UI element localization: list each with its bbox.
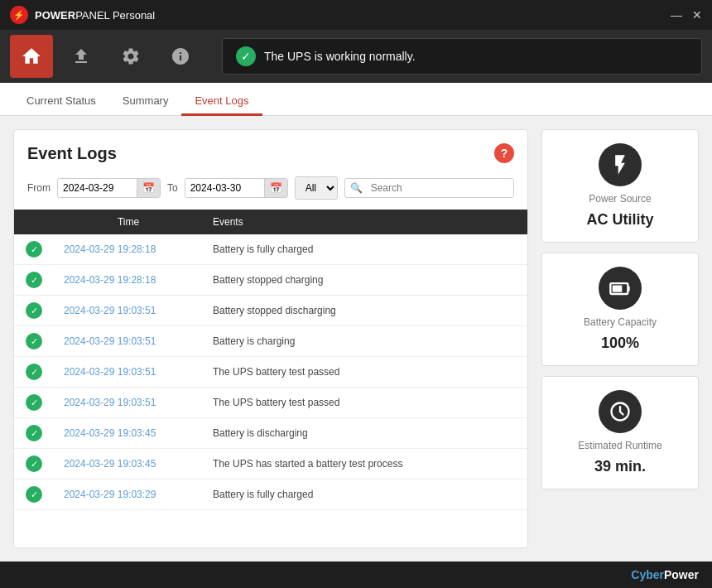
to-calendar-button[interactable]: 📅 xyxy=(264,179,287,197)
power-source-icon xyxy=(599,143,642,186)
card-estimated-runtime: Estimated Runtime 39 min. xyxy=(541,376,699,489)
main-layout: Event Logs ? From 📅 To 📅 All xyxy=(0,116,712,561)
row-time: 2024-03-29 19:28:18 xyxy=(54,234,203,264)
event-logs-title: Event Logs xyxy=(27,144,494,163)
row-event: The UPS battery test passed xyxy=(203,388,527,417)
row-status-icon: ✓ xyxy=(26,394,42,411)
row-time: 2024-03-29 19:03:45 xyxy=(54,449,203,479)
table-row: ✓ 2024-03-29 19:03:51 The UPS battery te… xyxy=(14,357,527,388)
from-label: From xyxy=(27,182,51,194)
titlebar-controls: — ✕ xyxy=(671,9,702,21)
row-event: Battery stopped charging xyxy=(203,265,527,295)
table-row: ✓ 2024-03-29 19:03:51 The UPS battery te… xyxy=(14,388,527,418)
right-panel: Power Source AC Utility Battery Capacity… xyxy=(541,129,699,548)
table-row: ✓ 2024-03-29 19:28:18 Battery is fully c… xyxy=(14,234,527,265)
from-calendar-button[interactable]: 📅 xyxy=(137,179,160,197)
row-status-icon: ✓ xyxy=(26,333,42,349)
search-wrap: 🔍 xyxy=(344,178,514,198)
to-date-input[interactable] xyxy=(185,179,264,197)
row-event: The UPS has started a battery test proce… xyxy=(203,449,527,479)
row-status-icon: ✓ xyxy=(26,241,42,258)
battery-capacity-icon xyxy=(599,267,642,310)
row-status-icon: ✓ xyxy=(26,302,42,319)
footer-brand: CyberPower xyxy=(631,568,699,581)
to-label: To xyxy=(167,182,178,194)
estimated-runtime-label: Estimated Runtime xyxy=(578,440,661,451)
table-row: ✓ 2024-03-29 19:03:51 Battery stopped di… xyxy=(14,296,527,326)
row-time: 2024-03-29 19:03:51 xyxy=(54,296,203,325)
home-button[interactable] xyxy=(10,35,53,78)
row-event: Battery stopped discharging xyxy=(203,296,527,325)
row-time: 2024-03-29 19:03:51 xyxy=(54,388,203,417)
estimated-runtime-icon xyxy=(599,390,642,433)
info-button[interactable] xyxy=(159,35,202,78)
event-type-select[interactable]: All xyxy=(295,176,338,200)
row-event: The UPS battery test passed xyxy=(203,357,527,387)
search-icon: 🔍 xyxy=(345,179,368,197)
row-status-cell: ✓ xyxy=(14,234,54,264)
help-icon[interactable]: ? xyxy=(494,143,514,163)
row-status-cell: ✓ xyxy=(14,449,54,479)
table-row: ✓ 2024-03-29 19:03:29 Battery is fully c… xyxy=(14,480,527,510)
filter-bar: From 📅 To 📅 All 🔍 xyxy=(14,170,527,210)
row-status-cell: ✓ xyxy=(14,296,54,325)
row-status-icon: ✓ xyxy=(26,455,42,472)
row-event: Battery is fully charged xyxy=(203,234,527,264)
titlebar: ⚡ POWERPANEL Personal — ✕ xyxy=(0,0,712,30)
settings-button[interactable] xyxy=(109,35,152,78)
tab-current-status[interactable]: Current Status xyxy=(13,88,109,116)
event-logs-panel: Event Logs ? From 📅 To 📅 All xyxy=(13,129,528,548)
status-text: The UPS is working normally. xyxy=(264,50,416,63)
row-status-cell: ✓ xyxy=(14,418,54,448)
header-events: Events xyxy=(203,210,527,234)
to-date-wrap: 📅 xyxy=(185,178,288,198)
row-time: 2024-03-29 19:03:45 xyxy=(54,418,203,448)
tab-event-logs[interactable]: Event Logs xyxy=(181,88,262,116)
header-status xyxy=(14,210,54,234)
close-button[interactable]: ✕ xyxy=(692,9,702,21)
status-check-icon: ✓ xyxy=(236,46,256,66)
battery-capacity-value: 100% xyxy=(601,335,639,352)
log-table: Time Events ✓ 2024-03-29 19:28:18 Batter… xyxy=(14,210,527,547)
upload-button[interactable] xyxy=(60,35,103,78)
card-battery-capacity: Battery Capacity 100% xyxy=(541,253,699,366)
row-status-cell: ✓ xyxy=(14,265,54,295)
row-time: 2024-03-29 19:03:29 xyxy=(54,480,203,509)
row-status-icon: ✓ xyxy=(26,425,42,441)
table-body: ✓ 2024-03-29 19:28:18 Battery is fully c… xyxy=(14,234,527,547)
app-logo: ⚡ xyxy=(10,6,28,24)
row-status-icon: ✓ xyxy=(26,486,42,503)
table-row: ✓ 2024-03-29 19:03:45 Battery is dischar… xyxy=(14,418,527,449)
estimated-runtime-value: 39 min. xyxy=(594,458,646,475)
status-banner: ✓ The UPS is working normally. xyxy=(222,38,702,75)
row-status-cell: ✓ xyxy=(14,357,54,387)
row-time: 2024-03-29 19:28:18 xyxy=(54,265,203,295)
row-event: Battery is fully charged xyxy=(203,480,527,509)
card-power-source: Power Source AC Utility xyxy=(541,129,699,243)
row-status-icon: ✓ xyxy=(26,272,42,288)
power-source-value: AC Utility xyxy=(587,211,654,229)
row-event: Battery is charging xyxy=(203,326,527,356)
toolbar: ✓ The UPS is working normally. xyxy=(0,30,712,83)
table-header: Time Events xyxy=(14,210,527,234)
row-time: 2024-03-29 19:03:51 xyxy=(54,326,203,356)
app-title: POWERPANEL Personal xyxy=(35,9,155,22)
table-row: ✓ 2024-03-29 19:03:45 The UPS has starte… xyxy=(14,449,527,480)
power-source-label: Power Source xyxy=(589,193,651,205)
header-time: Time xyxy=(54,210,203,234)
from-date-wrap: 📅 xyxy=(57,178,161,198)
row-status-cell: ✓ xyxy=(14,388,54,417)
footer: CyberPower xyxy=(0,561,712,588)
tab-bar: Current Status Summary Event Logs xyxy=(0,83,712,116)
tab-summary[interactable]: Summary xyxy=(109,88,182,116)
row-status-icon: ✓ xyxy=(26,364,42,380)
content-area: Current Status Summary Event Logs Event … xyxy=(0,83,712,561)
table-row: ✓ 2024-03-29 19:03:51 Battery is chargin… xyxy=(14,326,527,357)
from-date-input[interactable] xyxy=(58,179,137,197)
table-row: ✓ 2024-03-29 19:28:18 Battery stopped ch… xyxy=(14,265,527,296)
row-status-cell: ✓ xyxy=(14,480,54,509)
minimize-button[interactable]: — xyxy=(671,9,682,21)
svg-rect-1 xyxy=(613,286,623,292)
search-input[interactable] xyxy=(368,179,513,197)
battery-capacity-label: Battery Capacity xyxy=(584,316,657,328)
